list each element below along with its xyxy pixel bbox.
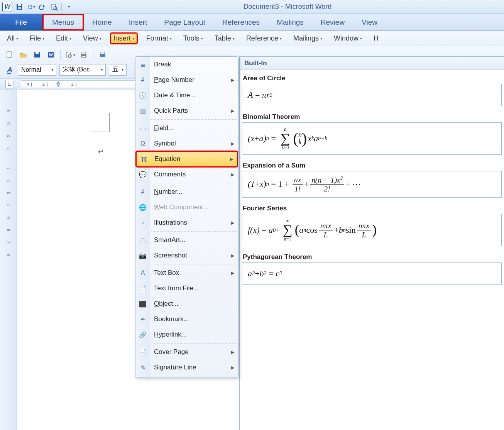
menu-separator <box>151 343 237 344</box>
tab-home[interactable]: Home <box>84 14 120 30</box>
ribbon-tabs: File Menus Home Insert Page Layout Refer… <box>0 14 504 31</box>
font-size-selector[interactable]: 五 <box>109 64 127 76</box>
insert-menu-field[interactable]: ▭Field... <box>135 120 238 136</box>
save-icon[interactable] <box>15 3 24 11</box>
submenu-arrow-icon: ▶ <box>230 157 233 162</box>
redo-icon[interactable] <box>38 3 47 11</box>
menu-file[interactable]: File▾ <box>27 34 47 43</box>
insert-menu-hyperlink[interactable]: 🔗Hyperlink... <box>135 327 238 342</box>
save-as-word-icon[interactable]: W <box>46 49 56 60</box>
tab-insert[interactable]: Insert <box>120 14 156 30</box>
insert-menu-text-box[interactable]: AText Box▶ <box>135 265 238 281</box>
open-folder-icon[interactable] <box>18 49 29 60</box>
menu-item-label: Quick Parts <box>154 107 188 115</box>
tab-page-layout[interactable]: Page Layout <box>156 14 214 30</box>
svg-text:W: W <box>49 53 53 57</box>
smartart-icon: ⬚ <box>138 235 148 245</box>
print-icon[interactable] <box>97 49 108 60</box>
eq-pythagorean[interactable]: a2 + b2 = c2 <box>242 262 502 285</box>
menu-item-label: Hyperlink... <box>154 331 187 339</box>
submenu-arrow-icon: ▶ <box>231 141 234 146</box>
textfile-icon: 📄 <box>138 283 148 293</box>
submenu-arrow-icon: ▶ <box>231 78 234 83</box>
menu-item-label: Cover Page <box>154 348 189 356</box>
insert-menu-object[interactable]: ⬛Object... <box>135 296 238 311</box>
equation-gallery: Built-In Area of Circle A = πr2 Binomial… <box>239 56 504 430</box>
submenu-arrow-icon: ▶ <box>231 365 234 370</box>
symbol-icon: Ω <box>138 139 148 149</box>
insert-menu-signature-line[interactable]: ✎Signature Line▶ <box>135 360 238 375</box>
menu-table[interactable]: Table▾ <box>212 34 237 43</box>
qat-customize-icon[interactable]: ▾ <box>65 3 73 11</box>
menu-window[interactable]: Window▾ <box>331 34 364 43</box>
screenshot-icon: 📷 <box>138 251 148 261</box>
svg-rect-8 <box>36 52 39 54</box>
menu-format[interactable]: Format▾ <box>144 34 174 43</box>
menu-item-label: Screenshot <box>154 252 187 259</box>
submenu-arrow-icon: ▶ <box>231 271 234 276</box>
tab-stop-type-icon[interactable]: ∟ <box>5 80 14 88</box>
vruler-tick: 8 <box>2 247 15 263</box>
new-doc-icon[interactable] <box>4 49 15 60</box>
menu-tools[interactable]: Tools▾ <box>181 34 205 43</box>
menu-all[interactable]: All▾ <box>5 34 20 43</box>
insert-menu-illustrations[interactable]: ▫Illustrations▶ <box>135 215 238 230</box>
font-selector[interactable]: 宋体 (Boc <box>59 64 106 76</box>
insert-menu-date-time[interactable]: 🕔Date & Time... <box>135 88 238 103</box>
menu-item-label: Symbol <box>154 140 176 147</box>
menu-separator <box>151 264 237 264</box>
insert-menu-equation[interactable]: πEquation▶ <box>136 151 237 167</box>
style-selector[interactable]: Normal <box>18 64 56 76</box>
menu-help-truncated[interactable]: H <box>371 34 381 43</box>
eq-fourier-series[interactable]: f(x) = a0 + ∞∑n=1 (an cos nπxL + bn sin … <box>242 214 502 246</box>
gallery-header: Built-In <box>240 57 504 70</box>
menu-item-label: Text from File... <box>154 284 199 292</box>
insert-menu-screenshot[interactable]: 📷Screenshot▶ <box>135 248 238 263</box>
insert-menu-quick-parts[interactable]: ▤Quick Parts▶ <box>135 103 238 119</box>
insert-menu-text-from-file[interactable]: 📄Text from File... <box>135 281 238 296</box>
menu-edit[interactable]: Edit▾ <box>54 34 74 43</box>
object-icon: ⬛ <box>138 299 148 309</box>
insert-menu-bookmark[interactable]: ✒Bookmark... <box>135 311 238 327</box>
insert-menu-smartart[interactable]: ⬚SmartArt... <box>135 232 238 248</box>
undo-icon[interactable]: ▾ <box>27 3 35 11</box>
tab-file[interactable]: File <box>0 14 42 30</box>
menu-mailings[interactable]: Mailings▾ <box>291 34 325 43</box>
datetime-icon: 🕔 <box>138 90 148 100</box>
svg-rect-17 <box>101 52 105 54</box>
insert-menu-page-number[interactable]: #Page Number▶ <box>135 72 238 88</box>
submenu-arrow-icon: ▶ <box>231 350 234 355</box>
indent-marker-icon[interactable] <box>55 81 61 87</box>
print-preview-icon[interactable] <box>50 3 58 11</box>
field-icon: ▭ <box>138 123 148 133</box>
comment-icon: 💬 <box>138 169 148 179</box>
menu-item-label: Page Number <box>154 76 194 84</box>
eq-expansion-of-sum[interactable]: (1 + x)n = 1 + nx1! + n(n − 1)x22! + ⋯ <box>242 171 502 198</box>
menu-reference[interactable]: Reference▾ <box>244 34 284 43</box>
quick-print-icon[interactable] <box>78 49 89 60</box>
print-preview-icon-2[interactable]: ▾ <box>64 49 75 60</box>
menu-view[interactable]: View▾ <box>81 34 104 43</box>
save-icon-2[interactable] <box>32 49 42 60</box>
tab-references[interactable]: References <box>214 14 268 30</box>
tab-mailings[interactable]: Mailings <box>268 14 312 30</box>
sig-icon: ✎ <box>138 362 148 372</box>
illus-icon: ▫ <box>138 218 148 228</box>
eq-area-of-circle[interactable]: A = πr2 <box>242 84 502 106</box>
insert-menu-comments[interactable]: 💬Comments▶ <box>135 167 238 182</box>
eq-title-fourier: Fourier Series <box>243 205 502 212</box>
tab-review[interactable]: Review <box>312 14 353 30</box>
insert-menu-break[interactable]: ≣Break <box>135 57 238 72</box>
eq-binomial-theorem[interactable]: (x + a)n = n∑k=0 (nk) xkan−k <box>242 122 502 155</box>
insert-menu-symbol[interactable]: ΩSymbol▶ <box>135 136 238 151</box>
submenu-arrow-icon: ▶ <box>231 172 234 177</box>
insert-menu-number[interactable]: #Number... <box>135 184 238 200</box>
insert-menu-cover-page[interactable]: 📄Cover Page▶ <box>135 344 238 360</box>
menu-item-label: Number... <box>154 188 183 196</box>
menu-insert[interactable]: Insert▾ <box>111 33 137 44</box>
tab-view[interactable]: View <box>353 14 386 30</box>
tab-menus[interactable]: Menus <box>42 14 84 30</box>
pi-icon: π <box>139 154 149 164</box>
menu-item-label: Text Box <box>154 269 179 277</box>
font-format-icon[interactable]: A̲ <box>4 64 15 75</box>
